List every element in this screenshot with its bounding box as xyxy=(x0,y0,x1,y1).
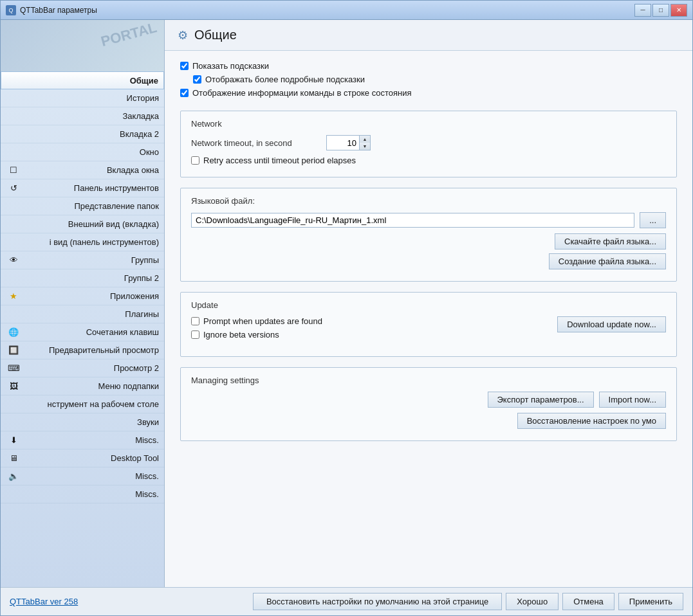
app-icon: Q xyxy=(6,5,16,15)
main-window: Q QTTabBar параметры ─ □ ✕ PORTAL Общие … xyxy=(0,0,693,616)
sidebar-item-groups2[interactable]: Группы 2 xyxy=(1,269,164,287)
sidebar-item-folder-view[interactable]: Представление папок xyxy=(1,197,164,215)
title-bar: Q QTTabBar параметры ─ □ ✕ xyxy=(1,1,692,20)
minimize-button[interactable]: ─ xyxy=(634,4,651,17)
sidebar-item-miscs2[interactable]: Miscs. xyxy=(1,485,164,503)
language-browse-button[interactable]: ... xyxy=(640,212,666,228)
sidebar-item-toolbar[interactable]: ↺ Панель инструментов xyxy=(1,179,164,197)
apply-button[interactable]: Применить xyxy=(618,593,683,610)
sidebar-label-miscs2: Miscs. xyxy=(23,489,159,499)
spinner-down[interactable]: ▼ xyxy=(360,143,370,150)
timeout-input[interactable] xyxy=(327,136,359,150)
title-buttons: ─ □ ✕ xyxy=(634,4,687,17)
sidebar-label-sounds-tab: Звуки xyxy=(23,417,159,427)
main-content: Показать подсказки Отображать более подр… xyxy=(165,51,692,587)
sidebar-item-bookmark[interactable]: Закладка xyxy=(1,107,164,125)
maximize-button[interactable]: □ xyxy=(652,4,669,17)
prompt-label: Prompt when updates are found xyxy=(203,316,322,326)
export-button[interactable]: Экспорт параметров... xyxy=(488,392,594,408)
sidebar-label-desktop: Desktop Tool xyxy=(23,453,159,463)
sidebar-item-apps[interactable]: ★ Приложения xyxy=(1,287,164,305)
managing-section: Managing settings Экспорт параметров... … xyxy=(180,367,677,441)
sidebar-item-toolbar-appearance[interactable]: i вид (панель инструментов) xyxy=(1,233,164,251)
tab2-icon xyxy=(8,129,19,140)
ignore-beta-checkbox[interactable] xyxy=(191,331,199,339)
status-bar-label: Отображение информации команды в строке … xyxy=(192,88,412,98)
bottom-bar: QTTabBar ver 258 Восстановить настройки … xyxy=(1,587,692,615)
download-update-button[interactable]: Download update now... xyxy=(557,316,666,332)
ok-button[interactable]: Хорошо xyxy=(506,593,559,610)
sidebar-item-miscs[interactable]: ⬇ Miscs. xyxy=(1,431,164,449)
sidebar-label-hotkeys: Сочетания клавиш xyxy=(23,327,159,337)
language-file-input[interactable] xyxy=(191,213,634,228)
main-header-icon: ⚙ xyxy=(178,28,188,42)
restore-defaults-button[interactable]: Восстановление настроек по умо xyxy=(517,413,666,429)
miscs-icon: ⬇ xyxy=(8,435,19,446)
sidebar-label-groups: Группы xyxy=(23,255,159,265)
sidebar-item-window[interactable]: Окно xyxy=(1,143,164,161)
sidebar-item-sounds-tab[interactable]: Звуки xyxy=(1,413,164,431)
sidebar: PORTAL Общие История Закладка Вкладка 2 … xyxy=(1,20,165,587)
miscs2-icon xyxy=(8,489,19,500)
sidebar-label-tab-appearance: Внешний вид (вкладка) xyxy=(23,219,159,229)
sidebar-item-preview2[interactable]: ⌨ Просмотр 2 xyxy=(1,359,164,377)
groups2-icon xyxy=(8,273,19,284)
sidebar-label-preview2: Просмотр 2 xyxy=(23,363,159,373)
import-button[interactable]: Import now... xyxy=(599,392,666,408)
sidebar-item-tab-window[interactable]: ☐ Вкладка окна xyxy=(1,161,164,179)
main-panel: ⚙ Общие Показать подсказки Отображать бо… xyxy=(165,20,692,587)
toolbar-icon: ↺ xyxy=(8,183,19,194)
main-header-title: Общие xyxy=(194,28,237,42)
cancel-button[interactable]: Отмена xyxy=(562,593,614,610)
sidebar-label-bookmark: Закладка xyxy=(23,111,159,121)
sidebar-label-obshie: Общие xyxy=(23,76,158,86)
language-section: Языковой файл: ... Скачайте файл языка..… xyxy=(180,188,677,282)
detailed-tooltips-checkbox[interactable] xyxy=(193,75,201,84)
prompt-checkbox[interactable] xyxy=(191,317,199,325)
toolbar-appearance-icon xyxy=(8,237,19,248)
show-tooltips-checkbox[interactable] xyxy=(180,62,189,70)
spinner-up[interactable]: ▲ xyxy=(360,136,370,143)
sounds-icon: 🔈 xyxy=(8,471,19,482)
sidebar-item-obshie[interactable]: Общие xyxy=(1,71,164,89)
obshie-icon xyxy=(9,75,19,86)
managing-title: Managing settings xyxy=(191,376,666,385)
sidebar-item-groups[interactable]: 👁 Группы xyxy=(1,251,164,269)
sidebar-label-window: Окно xyxy=(23,147,159,157)
sidebar-item-desktop[interactable]: 🖥 Desktop Tool xyxy=(1,449,164,467)
status-bar-checkbox[interactable] xyxy=(180,89,189,97)
sidebar-item-hotkeys[interactable]: 🌐 Сочетания клавиш xyxy=(1,323,164,341)
ignore-beta-label: Ignore beta versions xyxy=(203,330,279,340)
tooltips-section: Показать подсказки Отображать более подр… xyxy=(180,61,677,98)
create-lang-button[interactable]: Создание файла языка... xyxy=(549,253,666,269)
restore-page-button[interactable]: Восстановить настройки по умолчанию на э… xyxy=(253,593,502,610)
window-icon xyxy=(8,147,19,158)
sidebar-item-plugins[interactable]: Плагины xyxy=(1,305,164,323)
submenu-icon: 🖼 xyxy=(8,381,19,392)
sidebar-label-history: История xyxy=(23,93,159,103)
version-link[interactable]: QTTabBar ver 258 xyxy=(10,597,78,606)
sidebar-item-submenu[interactable]: 🖼 Меню подпапки xyxy=(1,377,164,395)
download-lang-row: Скачайте файл языка... xyxy=(191,233,666,249)
download-lang-button[interactable]: Скачайте файл языка... xyxy=(555,233,666,249)
retry-checkbox[interactable] xyxy=(191,156,199,165)
restore-row: Восстановление настроек по умо xyxy=(191,413,666,429)
bookmark-icon xyxy=(8,111,19,122)
sidebar-item-tab2[interactable]: Вкладка 2 xyxy=(1,125,164,143)
sidebar-label-miscs: Miscs. xyxy=(23,435,159,445)
sidebar-watermark: PORTAL xyxy=(1,20,164,71)
show-tooltips-label: Показать подсказки xyxy=(192,61,269,71)
apps-icon: ★ xyxy=(8,291,19,302)
sidebar-item-history[interactable]: История xyxy=(1,89,164,107)
sidebar-item-sounds[interactable]: 🔈 Miscs. xyxy=(1,467,164,485)
close-button[interactable]: ✕ xyxy=(670,4,687,17)
sidebar-label-plugins: Плагины xyxy=(23,309,159,319)
sidebar-label-desktop-tool-label: нструмент на рабочем столе xyxy=(23,399,159,409)
groups-icon: 👁 xyxy=(8,255,19,266)
history-icon xyxy=(8,93,19,104)
sidebar-item-desktop-tool-label[interactable]: нструмент на рабочем столе xyxy=(1,395,164,413)
title-bar-left: Q QTTabBar параметры xyxy=(6,5,97,15)
sidebar-item-preview[interactable]: 🔲 Предварительный просмотр xyxy=(1,341,164,359)
sidebar-item-tab-appearance[interactable]: Внешний вид (вкладка) xyxy=(1,215,164,233)
bottom-left: QTTabBar ver 258 xyxy=(10,597,78,606)
